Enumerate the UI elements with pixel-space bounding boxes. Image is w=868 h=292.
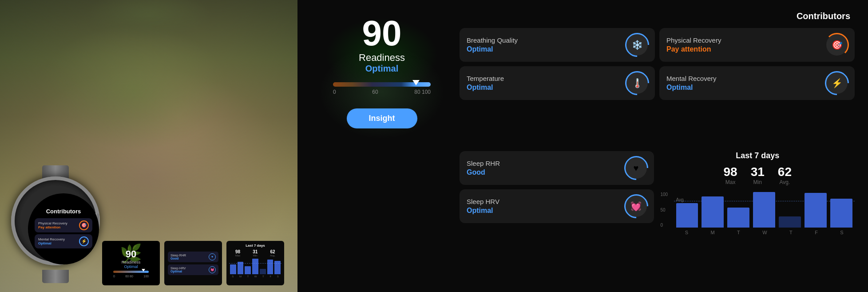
- chart-bars: [674, 192, 855, 228]
- thumb-row-1-value: Good: [170, 257, 186, 260]
- thumb-bar: [113, 271, 149, 273]
- thumbnail-1: 🌿 90 Readiness Optimal 0 60 80 100: [102, 241, 160, 285]
- score-number: 90: [362, 16, 402, 51]
- thumb-avg-line: [229, 263, 281, 264]
- watch-container: Contributors Physical Recovery Pay atten…: [7, 172, 104, 279]
- chart-x-labels: S M T W T F S: [674, 230, 855, 235]
- score-bar: [333, 82, 431, 87]
- sleep-hrv-ring: [619, 189, 653, 223]
- thumbnails-row: 🌿 90 Readiness Optimal 0 60 80 100: [102, 241, 284, 285]
- sleep-hrv-name: Sleep HRV: [467, 198, 626, 205]
- contributors-section: Contributors Breathing Quality Optimal ❄…: [460, 11, 855, 144]
- thumb-hrv-icon: 💓: [209, 266, 216, 273]
- chart-container: 100 50 0 Avg.: [661, 192, 855, 236]
- chart-bar-t1: [727, 208, 749, 228]
- sleep-section: Sleep RHR Good ♥ Sleep HRV Optimal 💓: [460, 151, 654, 281]
- watch-card-2-text: Mental Recovery Optimal: [38, 237, 79, 245]
- week-stat-min-num: 31: [751, 165, 765, 179]
- contributor-mental-info: Mental Recovery Optimal: [666, 75, 826, 92]
- watch-card-1-value: Pay attention: [38, 225, 79, 229]
- x-label-m: M: [710, 230, 714, 235]
- thumb-x-labels: S M T W T F S: [229, 275, 281, 278]
- contributors-grid: Breathing Quality Optimal ❄️ Physical Re…: [460, 28, 855, 100]
- y-label-0: 0: [661, 223, 668, 228]
- contributor-mental-value: Optimal: [666, 84, 826, 92]
- week-stat-max-label: Max: [724, 179, 737, 185]
- thumb-chart: [229, 259, 281, 274]
- score-section: 90 Readiness Optimal 0 60 80 100 Insight: [311, 11, 453, 281]
- sleep-rhr-ring: [619, 151, 653, 185]
- mental-icon-circle: ⚡: [826, 72, 848, 94]
- thumb-stat-min-label: Min: [253, 254, 258, 257]
- sleep-hrv-value: Optimal: [467, 207, 626, 215]
- x-label-w: W: [762, 230, 767, 235]
- chart-bar-m: [702, 196, 724, 228]
- thumbnail-2: Sleep RHR Good ♥ Sleep HRV Optimal 💓: [164, 241, 222, 285]
- thumb-stat-min-num: 31: [253, 249, 258, 254]
- thumb-score: 90: [126, 248, 136, 260]
- insight-button[interactable]: Insight: [347, 108, 417, 128]
- thumb-stat-avg-label: Avg.: [270, 254, 275, 257]
- x-label-t1: T: [737, 230, 740, 235]
- watch-body: Contributors Physical Recovery Pay atten…: [11, 176, 100, 265]
- thumb-readiness: Readiness: [122, 260, 141, 264]
- physical-icon-circle: 🎯: [826, 34, 848, 56]
- thumb-stat-avg-num: 62: [270, 249, 275, 254]
- contributor-temperature-value: Optimal: [467, 84, 626, 92]
- x-label-s1: S: [685, 230, 688, 235]
- thumb-stat-avg: 62 Avg.: [270, 249, 275, 257]
- week-stat-avg: 62 Avg.: [778, 165, 792, 185]
- watch-card-1: Physical Recovery Pay attention 🎯: [35, 218, 92, 232]
- week-stats: 98 Max 31 Min 62 Avg.: [661, 165, 855, 185]
- week-stat-avg-num: 62: [778, 165, 792, 179]
- chart-bar-f: [805, 193, 827, 228]
- contributor-temperature-info: Temperature Optimal: [467, 75, 626, 92]
- x-label-s2: S: [840, 230, 843, 235]
- thumb-screen-1: 🌿 90 Readiness Optimal 0 60 80 100: [102, 241, 160, 285]
- thumbnail-3: Last 7 days 98 Max 31 Min 62 Avg.: [226, 241, 284, 285]
- score-label: Readiness: [359, 52, 405, 64]
- photo-section: Contributors Physical Recovery Pay atten…: [0, 0, 297, 292]
- sleep-rhr-icon-circle: ♥: [626, 157, 647, 179]
- sleep-hrv-icon-circle: 💓: [626, 196, 647, 217]
- temperature-ring: [620, 66, 654, 100]
- physical-ring: [825, 33, 849, 57]
- thumb-stat-min: 31 Min: [253, 249, 258, 257]
- thumb-stat-max-label: Max: [235, 254, 240, 257]
- contributor-physical-name: Physical Recovery: [666, 36, 826, 44]
- thumb-heart-icon: ♥: [209, 253, 216, 260]
- sleep-rhr-card: Sleep RHR Good ♥: [460, 151, 654, 185]
- contributor-temperature-name: Temperature: [467, 75, 626, 82]
- thumb-screen-2: Sleep RHR Good ♥ Sleep HRV Optimal 💓: [164, 241, 222, 285]
- watch-card-1-label: Physical Recovery: [38, 221, 79, 225]
- watch-band-bottom: [42, 270, 69, 283]
- mental-ring: [820, 66, 854, 100]
- temperature-icon-circle: 🌡️: [626, 72, 648, 94]
- thumb-optimal: Optimal: [124, 264, 138, 269]
- week-stat-max: 98 Max: [724, 165, 737, 185]
- sleep-hrv-info: Sleep HRV Optimal: [467, 198, 626, 215]
- y-label-50: 50: [661, 208, 668, 212]
- score-status: Optimal: [365, 64, 398, 74]
- contributor-physical-value: Pay attention: [666, 45, 826, 53]
- contributor-card-temperature: Temperature Optimal 🌡️: [460, 66, 655, 100]
- watch-card-1-text: Physical Recovery Pay attention: [38, 221, 79, 229]
- contributor-breathing-value: Optimal: [467, 45, 626, 53]
- chart-bar-t2: [779, 216, 801, 228]
- x-label-t2: T: [789, 230, 793, 235]
- score-bar-labels: 0 60 80 100: [333, 89, 431, 95]
- thumb-row-2: Sleep HRV Optimal 💓: [168, 264, 218, 275]
- thumb-row-1: Sleep RHR Good ♥: [168, 252, 218, 262]
- watch-screen: Contributors Physical Recovery Pay atten…: [28, 193, 99, 264]
- sleep-rhr-name: Sleep RHR: [467, 160, 626, 167]
- breathing-ring: [620, 28, 654, 62]
- chart-bar-s1: [676, 203, 698, 228]
- thumb-row-2-label: Sleep HRV: [170, 267, 186, 270]
- contributor-breathing-name: Breathing Quality: [467, 36, 626, 44]
- thumb-screen-3: Last 7 days 98 Max 31 Min 62 Avg.: [226, 241, 284, 285]
- thumb-row-2-value: Optimal: [170, 270, 186, 273]
- watch-card-2-icon: ⚡: [79, 236, 89, 246]
- watch-card-2-value: Optimal: [38, 241, 79, 245]
- x-label-f: F: [815, 230, 818, 235]
- thumb-bar-labels: 0 60 80 100: [113, 275, 149, 278]
